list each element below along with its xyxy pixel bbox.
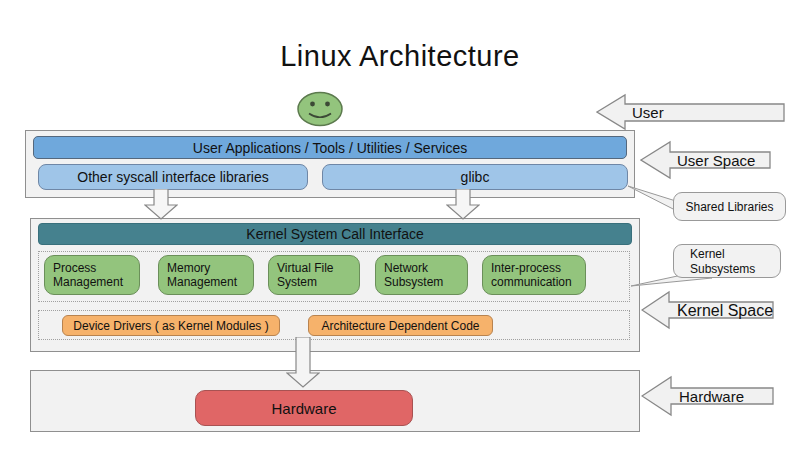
memory-management-box: Memory Management — [158, 255, 254, 295]
inter-process-communication-box: Inter-process communication — [482, 255, 586, 295]
kernel-space-arrow: Kernel Space — [641, 290, 775, 330]
user-space-arrow: User Space — [640, 138, 772, 182]
network-subsystem-box: Network Subsystem — [375, 255, 468, 295]
linux-architecture-diagram: Linux Architecture User Applications / T… — [0, 0, 800, 452]
shared-libraries-connector — [628, 186, 679, 212]
page-title: Linux Architecture — [0, 40, 800, 73]
virtual-file-system-box: Virtual File System — [268, 255, 360, 295]
device-drivers-box: Device Drivers ( as Kernel Modules ) — [62, 315, 280, 336]
architecture-dependent-code-box: Architecture Dependent Code — [308, 315, 493, 336]
kernel-syscall-interface-box: Kernel System Call Interface — [38, 223, 632, 245]
other-syscall-libraries-box: Other syscall interface libraries — [38, 164, 308, 190]
kernel-space-arrow-label: Kernel Space — [677, 302, 773, 320]
hardware-arrow-label: Hardware — [679, 388, 744, 405]
left-arrow-icon — [596, 92, 786, 132]
user-applications-box: User Applications / Tools / Utilities / … — [33, 136, 627, 159]
user-arrow-label: User — [632, 104, 664, 121]
user-space-arrow-label: User Space — [677, 152, 755, 169]
shared-libraries-callout: Shared Libraries — [673, 192, 786, 221]
glibc-box: glibc — [322, 164, 628, 190]
hardware-arrow: Hardware — [641, 373, 775, 419]
kernel-subsystems-callout: Kernel Subsystems — [673, 244, 781, 278]
process-management-box: Process Management — [44, 255, 140, 295]
down-arrow-syscall-left-icon — [144, 189, 178, 220]
down-arrow-syscall-right-icon — [446, 189, 480, 220]
down-arrow-hardware-icon — [286, 337, 320, 388]
user-arrow: User — [596, 92, 786, 132]
hardware-box: Hardware — [195, 390, 413, 426]
smiley-face-icon — [296, 90, 344, 128]
